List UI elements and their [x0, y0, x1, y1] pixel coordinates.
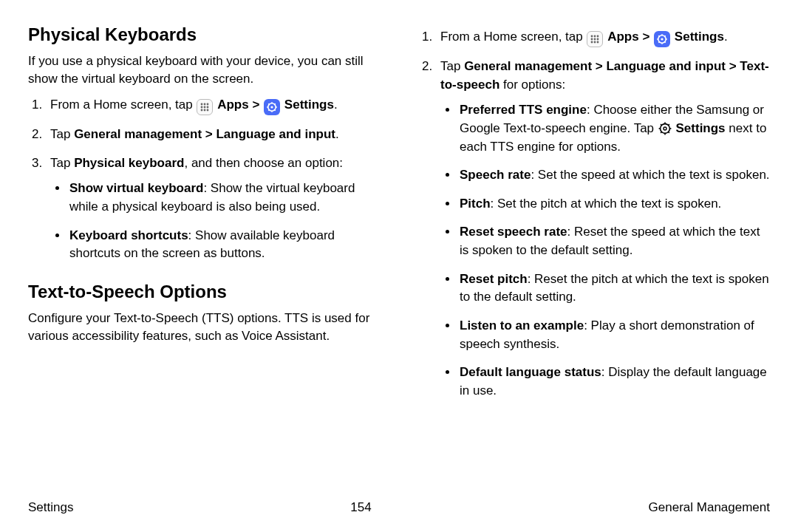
path-part: Language and input: [216, 127, 335, 141]
option-title: Default language status: [460, 365, 601, 379]
intro-physical-keyboards: If you use a physical keyboard with your…: [28, 52, 380, 89]
option-title: Pitch: [460, 197, 491, 211]
settings-label: Settings: [676, 121, 726, 135]
intro-tts: Configure your Text-to-Speech (TTS) opti…: [28, 310, 380, 346]
apps-label: Apps: [217, 98, 249, 112]
option-title: Reset speech rate: [460, 225, 567, 239]
chevron-icon: >: [252, 98, 259, 112]
options-list: Preferred TTS engine: Choose either the …: [440, 101, 770, 400]
footer-left: Settings: [28, 499, 73, 517]
apps-icon: [587, 31, 603, 47]
path-part: Language and input: [606, 59, 726, 73]
step-2: Tap General management > Language and in…: [46, 126, 380, 144]
option-title: Preferred TTS engine: [460, 103, 587, 117]
option-reset-speech-rate: Reset speech rate: Reset the speed at wh…: [458, 223, 770, 259]
chevron-icon: >: [205, 127, 213, 141]
option-title: Show virtual keyboard: [69, 181, 203, 195]
path-part: General management: [74, 127, 202, 141]
steps-tts: From a Home screen, tap Apps > Settings.…: [418, 28, 770, 400]
text: Tap: [50, 156, 74, 170]
option-title: Keyboard shortcuts: [69, 228, 188, 242]
chevron-icon: >: [596, 59, 603, 73]
settings-label: Settings: [284, 98, 334, 112]
page-columns: Physical Keyboards If you use a physical…: [28, 21, 770, 492]
left-column: Physical Keyboards If you use a physical…: [28, 21, 380, 492]
gear-icon: [658, 121, 672, 136]
footer-right: General Management: [649, 499, 770, 517]
heading-tts-options: Text-to-Speech Options: [28, 279, 380, 305]
option-preferred-tts-engine: Preferred TTS engine: Choose either the …: [458, 101, 770, 156]
text: , and then choose an option:: [184, 156, 343, 170]
option-listen-example: Listen to an example: Play a short demon…: [458, 317, 770, 353]
steps-physical-keyboards: From a Home screen, tap Apps > Settings.…: [28, 96, 380, 263]
step-2: Tap General management > Language and in…: [436, 58, 770, 400]
option-pitch: Pitch: Set the pitch at which the text i…: [458, 195, 770, 214]
option-title: Reset pitch: [460, 272, 528, 286]
apps-label: Apps: [607, 30, 639, 44]
option-desc: : Set the speed at which the text is spo…: [531, 168, 769, 182]
options-list: Show virtual keyboard: Show the virtual …: [50, 180, 380, 263]
footer-page-number: 154: [350, 499, 371, 517]
text: Tap: [440, 59, 464, 73]
text: .: [335, 127, 339, 141]
text: Tap: [50, 127, 74, 141]
step-1: From a Home screen, tap Apps > Settings.: [46, 96, 380, 115]
step-1: From a Home screen, tap Apps > Settings.: [436, 28, 770, 47]
option-reset-pitch: Reset pitch: Reset the pitch at which th…: [458, 270, 770, 307]
right-column: From a Home screen, tap Apps > Settings.…: [418, 21, 770, 492]
option-speech-rate: Speech rate: Set the speed at which the …: [458, 166, 770, 185]
page-footer: Settings 154 General Management: [28, 499, 770, 517]
option-show-virtual-keyboard: Show virtual keyboard: Show the virtual …: [68, 180, 380, 216]
heading-physical-keyboards: Physical Keyboards: [28, 22, 380, 48]
option-title: Speech rate: [460, 168, 531, 182]
chevron-icon: >: [642, 30, 649, 44]
option-default-language-status: Default language status: Display the def…: [458, 364, 770, 400]
path-part: General management: [464, 59, 592, 73]
apps-icon: [197, 99, 213, 115]
text: From a Home screen, tap: [50, 98, 196, 112]
step-3: Tap Physical keyboard, and then choose a…: [46, 154, 380, 263]
path-part: Physical keyboard: [74, 156, 184, 170]
settings-label: Settings: [675, 30, 724, 44]
text: for options:: [499, 78, 565, 92]
option-desc: : Set the pitch at which the text is spo…: [491, 197, 722, 211]
chevron-icon: >: [729, 59, 737, 73]
option-title: Listen to an example: [460, 318, 584, 332]
text: From a Home screen, tap: [440, 30, 586, 44]
option-keyboard-shortcuts: Keyboard shortcuts: Show available keybo…: [68, 227, 380, 263]
settings-icon: [654, 31, 670, 47]
text: .: [724, 30, 728, 44]
text: .: [334, 98, 338, 112]
settings-icon: [264, 99, 280, 115]
